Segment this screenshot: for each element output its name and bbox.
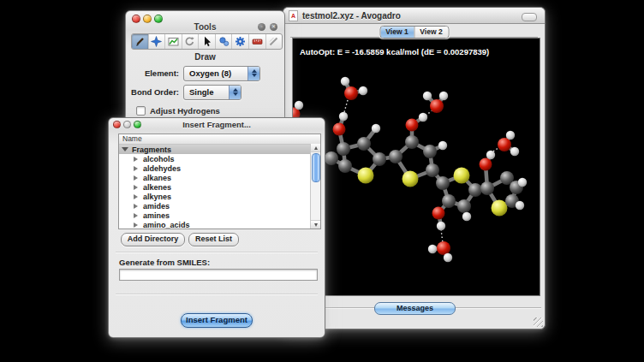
tree-item[interactable]: amino_acids xyxy=(119,220,320,229)
chevron-right-icon[interactable] xyxy=(134,223,138,228)
tools-dock-titlebar[interactable]: Tools ◦ ✕ xyxy=(126,21,284,33)
dock-float-icon[interactable]: ◦ xyxy=(258,23,265,31)
zoom-icon[interactable] xyxy=(134,121,141,128)
minimize-disabled-icon xyxy=(123,121,131,128)
window-title: testmol2.xyz - Avogadro xyxy=(302,11,401,21)
chevron-right-icon[interactable] xyxy=(134,175,138,181)
list-scrollbar[interactable] xyxy=(310,144,320,228)
messages-button[interactable]: Messages xyxy=(374,302,456,315)
tree-item-label: alcohols xyxy=(143,155,175,163)
resize-grip[interactable] xyxy=(534,317,543,327)
measure-tool-button[interactable] xyxy=(249,34,266,49)
tools-window: Tools ◦ ✕ Draw Ele xyxy=(125,10,285,122)
desktop: { "tools_window": { "window_controls": [… xyxy=(0,0,644,362)
bond-order-dropdown[interactable]: Single xyxy=(183,85,242,100)
fragment-tree-list: Name Fragments alcohols aldehydes alkane… xyxy=(118,134,321,229)
dropdown-stepper-icon xyxy=(247,67,259,80)
list-column-header[interactable]: Name xyxy=(119,134,320,145)
tree-item[interactable]: alkanes xyxy=(119,173,320,182)
bond-centric-tool-button[interactable] xyxy=(165,34,182,49)
view-tabs: View 1 View 2 xyxy=(379,26,449,39)
dock-close-icon[interactable]: ✕ xyxy=(270,23,277,31)
element-label: Element: xyxy=(126,68,183,78)
tool-selector-toolbar xyxy=(131,33,283,50)
autoopt-status-text: AutoOpt: E = -16.5859 kcal/mol (dE = 0.0… xyxy=(300,47,489,56)
scroll-down-icon[interactable] xyxy=(311,220,320,228)
chevron-right-icon[interactable] xyxy=(134,213,138,218)
main-window-titlebar[interactable]: A testmol2.xyz - Avogadro xyxy=(283,8,545,24)
tree-item[interactable]: aldehydes xyxy=(119,163,320,173)
tree-item[interactable]: alcohols xyxy=(119,154,320,163)
selection-tool-icon xyxy=(201,36,212,47)
tree-item-label: aldehydes xyxy=(143,164,181,173)
tree-item-label: alkynes xyxy=(143,193,171,201)
tree-root-fragments[interactable]: Fragments xyxy=(119,145,320,154)
element-dropdown[interactable]: Oxygen (8) xyxy=(183,66,260,81)
chevron-down-icon[interactable] xyxy=(122,147,128,151)
manipulate-tool-icon xyxy=(184,36,195,47)
navigate-tool-button[interactable] xyxy=(149,34,166,49)
scroll-up-icon[interactable] xyxy=(311,144,320,152)
manipulate-tool-button[interactable] xyxy=(182,34,200,49)
chevron-right-icon[interactable] xyxy=(134,185,138,190)
tree-item-label: amides xyxy=(143,202,170,211)
tree-item[interactable]: amines xyxy=(119,211,320,220)
tree-item-label: amino_acids xyxy=(143,221,190,229)
insert-fragment-button[interactable]: Insert Fragment xyxy=(181,313,253,328)
dialog-titlebar[interactable]: Insert Fragment... xyxy=(109,118,325,130)
chevron-right-icon[interactable] xyxy=(134,194,138,199)
close-icon[interactable] xyxy=(113,121,121,128)
measure-tool-icon xyxy=(252,36,263,47)
align-tool-button[interactable] xyxy=(266,34,283,49)
chevron-right-icon[interactable] xyxy=(134,166,138,171)
tree-item[interactable]: alkenes xyxy=(119,182,320,192)
separator xyxy=(116,252,318,253)
document-icon: A xyxy=(289,10,298,21)
reset-list-button[interactable]: Reset List xyxy=(188,233,239,246)
toolbar-pill-button[interactable] xyxy=(522,13,537,21)
navigate-tool-icon xyxy=(151,36,162,47)
molecule-3d-view[interactable]: AutoOpt: E = -16.5859 kcal/mol (dE = 0.0… xyxy=(292,38,540,296)
tab-view-2[interactable]: View 2 xyxy=(414,27,448,38)
auto-rotate-tool-button[interactable] xyxy=(216,34,233,49)
scrollbar-thumb[interactable] xyxy=(312,153,320,182)
tree-item-label: alkenes xyxy=(143,183,171,192)
tree-item[interactable]: amides xyxy=(119,201,320,211)
chevron-right-icon[interactable] xyxy=(134,157,138,162)
bond-order-value: Single xyxy=(184,87,229,97)
auto-optimize-tool-icon xyxy=(235,36,246,47)
tree-item-label: amines xyxy=(143,211,170,220)
smiles-label: Generate from SMILES: xyxy=(119,258,210,267)
element-value: Oxygen (8) xyxy=(184,68,247,78)
align-tool-icon xyxy=(268,36,279,47)
bond-order-label: Bond Order: xyxy=(126,87,183,97)
auto-rotate-tool-icon xyxy=(218,36,230,47)
add-directory-button[interactable]: Add Directory xyxy=(121,233,185,246)
molecule-rendering xyxy=(293,39,540,295)
draw-tool-button[interactable] xyxy=(132,34,149,49)
separator xyxy=(116,294,318,295)
tree-root-label: Fragments xyxy=(132,145,171,154)
dropdown-stepper-icon xyxy=(229,86,241,99)
chevron-right-icon[interactable] xyxy=(134,204,138,209)
selection-tool-button[interactable] xyxy=(199,34,216,49)
bond-centric-tool-icon xyxy=(168,36,179,47)
insert-fragment-dialog: Insert Fragment... Name Fragments alcoho… xyxy=(108,117,325,338)
smiles-input[interactable] xyxy=(119,269,318,281)
dialog-window-controls xyxy=(113,121,141,128)
tree-item[interactable]: alkynes xyxy=(119,192,320,201)
draw-tool-icon xyxy=(134,36,146,47)
tab-view-1[interactable]: View 1 xyxy=(380,27,414,38)
auto-optimize-tool-button[interactable] xyxy=(232,34,249,49)
tree-item-label: alkanes xyxy=(143,174,171,182)
active-tool-label: Draw xyxy=(126,52,284,62)
adjust-hydrogens-checkbox[interactable] xyxy=(136,106,146,116)
adjust-hydrogens-label: Adjust Hydrogens xyxy=(150,106,220,116)
